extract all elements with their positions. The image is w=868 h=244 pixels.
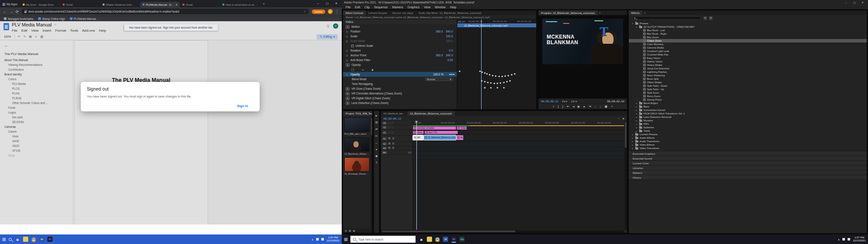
volume-icon[interactable] (321, 238, 324, 241)
twirl-closed-icon[interactable]: ▸ (631, 133, 634, 136)
effects-bin[interactable]: ▸Video Effects (629, 143, 867, 146)
effects-bin[interactable]: ▸Blurs (629, 105, 867, 108)
type-tool[interactable]: T (376, 161, 377, 164)
twirl-closed-icon[interactable]: ▸ (635, 109, 638, 111)
effects-bin[interactable]: ▸Twirls (629, 129, 867, 133)
premiere-menu-item[interactable]: Markers (392, 6, 403, 9)
settings-icon[interactable]: + (611, 105, 613, 108)
fx-badge-icon[interactable]: fx (346, 97, 350, 100)
keyframe-icon[interactable] (486, 73, 488, 75)
mark-in-icon[interactable]: { (558, 105, 558, 108)
track-lane-mix[interactable] (413, 156, 624, 160)
keyframe-icon[interactable] (505, 75, 506, 77)
timeline-settings-icon[interactable]: ✚ (622, 117, 624, 120)
keyframe-icon[interactable] (484, 81, 485, 82)
stopwatch-icon[interactable]: ◷ (346, 35, 349, 38)
media-encoder-taskbar-icon[interactable]: Me (459, 237, 465, 242)
effect-row[interactable]: ◷Position960.0540.0 (343, 29, 457, 34)
property-value[interactable]: 100.0 (446, 35, 453, 38)
twirl-closed-icon[interactable]: ▸ (635, 123, 638, 125)
browser-tab[interactable]: Shatter Students Untit... (100, 2, 140, 7)
panel-tab-markers[interactable]: Markers (629, 170, 867, 175)
sequence-tab[interactable]: 12_Blankman_Mckenna_cutcomp1 (407, 111, 455, 116)
chrome-update-button[interactable]: Update (312, 10, 325, 14)
effect-preset[interactable]: Heavy Shake (629, 63, 867, 67)
premiere-menu-item[interactable]: Clip (364, 6, 370, 9)
minimize-button[interactable]: – (314, 0, 323, 7)
effect-row[interactable]: fxVR Digital Glitch (Chaos Zoom) (343, 96, 457, 101)
effect-row[interactable]: Blend ModeNormal▾ (343, 77, 457, 81)
twirl-closed-icon[interactable]: ▸ (631, 140, 634, 143)
keyframe-icon[interactable] (501, 75, 503, 77)
project-item[interactable]: 12_Blankman_Mckenna_cutcomp1 (344, 137, 370, 155)
fit-dropdown[interactable]: Fit ▾ (562, 100, 567, 103)
program-tab[interactable]: Program: 12_Blankman_Mckenna_cutcomp1 (538, 10, 597, 15)
effects-bin[interactable]: ▸Lens Distortion Removal (629, 115, 867, 119)
keyframe-icon[interactable] (488, 74, 490, 75)
panel-tab[interactable]: Lumetri Scopes (366, 10, 389, 15)
panel-menu-icon[interactable]: ≡ (642, 12, 647, 14)
close-button[interactable]: ✕ (859, 1, 866, 4)
timeline-clip[interactable]: fxname_tag (413, 131, 424, 134)
effect-preset[interactable]: Split Twist - Down (629, 84, 867, 88)
start-button-icon[interactable]: ⊞ (344, 237, 347, 242)
panel-tab-essential-sound[interactable]: Essential Sound (629, 156, 867, 160)
effect-preset[interactable]: Strong Pulse (629, 98, 867, 101)
property-value[interactable]: 0.0 (449, 49, 453, 52)
twirl-closed-icon[interactable]: ▸ (635, 113, 638, 115)
effect-preset[interactable]: Blur Zoom (629, 36, 867, 39)
new-tab-button[interactable]: + (260, 2, 268, 7)
keyframe-icon[interactable] (492, 75, 493, 76)
clip-fx-badge-icon[interactable]: fx (414, 127, 416, 129)
mute-toggle[interactable]: M (388, 142, 391, 145)
checkbox[interactable]: ✓ (351, 45, 354, 47)
twirl-closed-icon[interactable]: ▸ (631, 147, 634, 150)
razor-tool[interactable]: ✄ (375, 134, 377, 138)
effect-row[interactable]: Video (343, 20, 457, 24)
keyframe-icon[interactable] (495, 75, 497, 77)
track-lock-toggle[interactable] (391, 131, 394, 134)
effect-preset[interactable]: Crushed Whip Pan (629, 53, 867, 56)
file-explorer-taskbar-icon[interactable] (427, 237, 432, 242)
browser-tab[interactable]: Gmail (180, 2, 220, 7)
maximize-button[interactable]: ▢ (851, 1, 858, 4)
list-view-icon[interactable]: ▤ (345, 229, 347, 232)
track-header-v2[interactable]: V2 (381, 125, 413, 130)
keyframe-icon[interactable] (498, 75, 500, 77)
premiere-menu-item[interactable]: Graphics (407, 6, 419, 9)
twirl-closed-icon[interactable]: ▸ (635, 130, 638, 132)
clip-fx-badge-icon[interactable]: fx (426, 131, 428, 133)
stopwatch-icon[interactable]: ◷ (346, 73, 349, 76)
track-header-a3[interactable]: A3MS (381, 146, 413, 150)
twirl-closed-icon[interactable]: ▸ (631, 144, 634, 146)
premiere-menu-item[interactable]: Sequence (374, 6, 388, 9)
timeline-playhead[interactable] (416, 121, 417, 230)
effect-preset[interactable]: Glitchy Vision (629, 60, 867, 63)
track-lane-v2[interactable]: fxname_tagfxSpin T M (413, 130, 624, 135)
keyframe-icon[interactable] (500, 82, 502, 84)
effect-preset[interactable]: Retro Zoom (629, 94, 867, 98)
effect-row[interactable]: ◷Anti-flicker Filter0.00 (343, 58, 457, 62)
tray-chevron-icon[interactable]: ∧ (838, 238, 840, 241)
timeline-ruler[interactable]: 00;0000;00;02;0000;00;04;0000;00;06;0000… (413, 121, 624, 125)
keyframe-icon[interactable] (503, 87, 505, 88)
keyframe-icon[interactable] (511, 74, 512, 75)
property-value[interactable]: 960.0 (436, 54, 443, 57)
effect-preset[interactable]: Lightning Flashes (629, 70, 867, 74)
property-value[interactable]: 540.0 (446, 30, 453, 33)
keyframe-icon[interactable] (503, 81, 505, 83)
panel-tab-lumetri-color[interactable]: Lumetri Color (629, 160, 867, 165)
premiere-menu-item[interactable]: File (346, 6, 350, 9)
keyframe-nav-icons[interactable]: ◀ ◆ ▶ (449, 73, 455, 75)
profile-avatar[interactable]: D (328, 9, 333, 14)
32bpc-effects-badge[interactable]: 32 (709, 16, 713, 20)
track-header-v3[interactable]: V3 (381, 121, 413, 125)
browser-tab[interactable]: Gmail (60, 2, 100, 7)
track-header-a2[interactable]: A2MS (381, 142, 413, 146)
track-lane-a3[interactable] (413, 151, 624, 156)
timeline-clip[interactable]: fx12_blankman_Mckenna_cutcomp1 (424, 135, 456, 140)
resolution-dropdown[interactable]: 1/2 ▾ (571, 100, 577, 103)
bookmark-star-icon[interactable]: ☆ (303, 10, 306, 13)
keyframe-icon[interactable] (496, 82, 498, 84)
pen-tool[interactable]: ♦ (376, 148, 377, 151)
